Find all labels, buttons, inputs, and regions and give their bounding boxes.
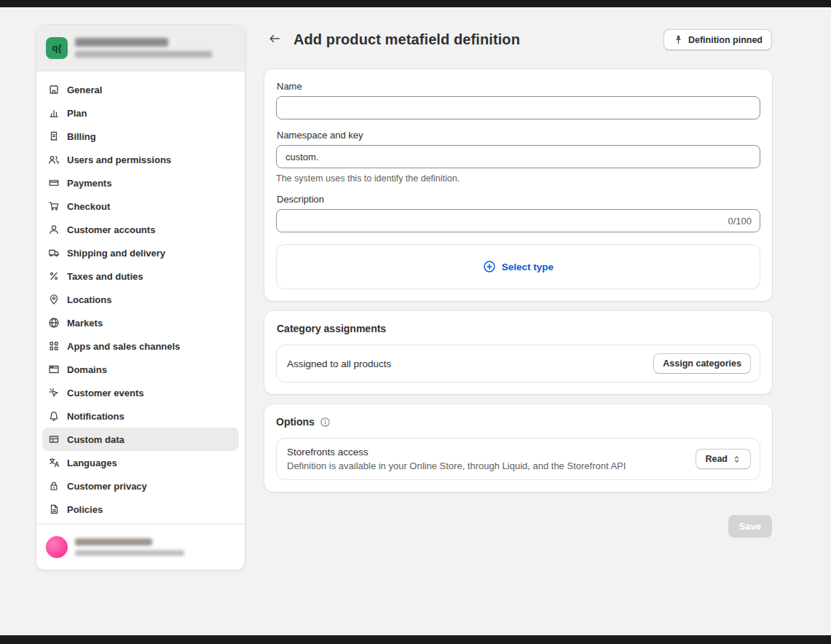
sidebar-item-label: Notifications <box>67 411 125 422</box>
globe-icon <box>48 317 60 329</box>
sidebar-item-label: Languages <box>67 458 117 468</box>
storefront-access-value: Read <box>705 454 728 464</box>
category-assignment-row: Assigned to all products Assign categori… <box>276 345 760 382</box>
users-icon <box>48 154 60 165</box>
taxes-icon <box>48 270 60 282</box>
main-content: Add product metafield definition Definit… <box>264 29 772 538</box>
data-icon <box>48 433 60 445</box>
sidebar-item-general[interactable]: General <box>42 78 239 101</box>
plus-circle-icon <box>483 260 496 273</box>
sidebar-item-custom-data[interactable]: Custom data <box>42 428 239 451</box>
options-title-row: Options <box>276 416 760 428</box>
namespace-key-input[interactable] <box>276 145 760 168</box>
billing-icon <box>48 130 60 142</box>
save-button[interactable]: Save <box>728 515 772 538</box>
sidebar-item-label: Customer privacy <box>67 481 147 492</box>
sidebar-item-label: General <box>67 85 102 95</box>
sidebar-item-billing[interactable]: Billing <box>42 125 239 148</box>
events-icon <box>48 387 60 398</box>
sidebar-item-label: Taxes and duties <box>67 271 143 282</box>
storefront-access-select[interactable]: Read <box>696 449 751 469</box>
sidebar-item-label: Apps and sales channels <box>67 341 180 352</box>
user-name-redacted <box>75 538 152 546</box>
sidebar-item-policies[interactable]: Policies <box>42 498 239 521</box>
page-header: Add product metafield definition Definit… <box>264 29 772 53</box>
settings-sidebar: q{ GeneralPlanBillingUsers and permissio… <box>36 24 245 570</box>
storefronts-access-row: Storefronts access Definition is availab… <box>276 438 760 480</box>
policies-icon <box>48 503 60 515</box>
sidebar-item-label: Billing <box>67 131 96 142</box>
sidebar-item-label: Locations <box>67 294 111 305</box>
back-button[interactable] <box>266 31 283 49</box>
bottom-black-bar <box>0 635 831 644</box>
sidebar-item-customer-privacy[interactable]: Customer privacy <box>42 474 239 498</box>
sidebar-item-taxes-and-duties[interactable]: Taxes and duties <box>42 264 239 288</box>
store-icon <box>48 84 60 95</box>
category-assignments-card: Category assignments Assigned to all pro… <box>264 311 772 394</box>
sidebar-item-checkout[interactable]: Checkout <box>42 195 239 218</box>
description-counter: 0/100 <box>728 216 752 227</box>
page-title: Add product metafield definition <box>294 31 520 48</box>
checkout-icon <box>48 200 60 212</box>
user-email-redacted <box>75 550 184 556</box>
name-input[interactable] <box>276 96 760 119</box>
sidebar-item-label: Domains <box>67 364 107 375</box>
storefronts-access-title: Storefronts access <box>287 447 626 458</box>
sidebar-item-label: Users and permissions <box>67 154 171 165</box>
user-meta <box>75 538 184 556</box>
namespace-field-group: Namespace and key The system uses this t… <box>276 130 760 184</box>
back-arrow-icon <box>268 32 281 47</box>
info-icon[interactable] <box>320 417 331 428</box>
select-type-label: Select type <box>502 262 554 272</box>
description-input[interactable] <box>276 209 760 232</box>
description-field-group: Description 0/100 <box>276 194 760 232</box>
namespace-key-label: Namespace and key <box>277 130 760 141</box>
description-label: Description <box>277 194 760 205</box>
select-type-button[interactable]: Select type <box>276 244 760 289</box>
payments-icon <box>48 177 60 189</box>
sidebar-item-markets[interactable]: Markets <box>42 311 239 334</box>
storefronts-access-description: Definition is available in your Online S… <box>287 460 626 471</box>
settings-nav: GeneralPlanBillingUsers and permissionsP… <box>36 71 245 524</box>
top-black-bar <box>0 0 831 7</box>
sidebar-item-label: Customer accounts <box>67 224 155 235</box>
lock-icon <box>48 480 60 492</box>
namespace-help-text: The system uses this to identify the def… <box>276 173 760 184</box>
sidebar-item-languages[interactable]: Languages <box>42 451 239 474</box>
pin-icon <box>673 34 684 45</box>
sidebar-item-label: Payments <box>67 178 111 189</box>
sidebar-item-users-and-permissions[interactable]: Users and permissions <box>42 148 239 171</box>
languages-icon <box>48 457 60 468</box>
store-name-redacted <box>75 38 168 47</box>
sidebar-item-payments[interactable]: Payments <box>42 171 239 195</box>
assign-categories-button[interactable]: Assign categories <box>653 353 751 374</box>
store-domain-redacted <box>75 51 212 58</box>
assigned-to-text: Assigned to all products <box>287 358 391 369</box>
definition-pinned-button[interactable]: Definition pinned <box>663 29 772 50</box>
sidebar-item-label: Checkout <box>67 201 110 212</box>
store-header[interactable]: q{ <box>36 25 245 71</box>
sidebar-item-customer-events[interactable]: Customer events <box>42 381 239 404</box>
user-footer[interactable] <box>36 524 245 570</box>
sidebar-item-shipping-and-delivery[interactable]: Shipping and delivery <box>42 241 239 264</box>
location-icon <box>48 294 60 305</box>
sidebar-item-domains[interactable]: Domains <box>42 358 239 381</box>
sidebar-item-notifications[interactable]: Notifications <box>42 404 239 428</box>
sidebar-item-apps-and-sales-channels[interactable]: Apps and sales channels <box>42 334 239 358</box>
sidebar-item-plan[interactable]: Plan <box>42 101 239 125</box>
category-assignments-title: Category assignments <box>277 323 760 334</box>
sidebar-item-label: Policies <box>67 504 103 515</box>
sidebar-item-label: Customer events <box>67 388 143 398</box>
sidebar-item-locations[interactable]: Locations <box>42 288 239 311</box>
domains-icon <box>48 364 60 375</box>
options-card: Options Storefronts access Definition is… <box>264 404 772 492</box>
name-field-group: Name <box>276 81 760 119</box>
plan-icon <box>48 107 60 119</box>
account-icon <box>48 224 60 235</box>
options-title: Options <box>276 416 315 428</box>
user-avatar <box>46 536 68 558</box>
sidebar-item-label: Markets <box>67 318 103 329</box>
definition-form-card: Name Namespace and key The system uses t… <box>264 69 772 301</box>
sidebar-item-customer-accounts[interactable]: Customer accounts <box>42 218 239 241</box>
sidebar-item-label: Shipping and delivery <box>67 248 165 259</box>
